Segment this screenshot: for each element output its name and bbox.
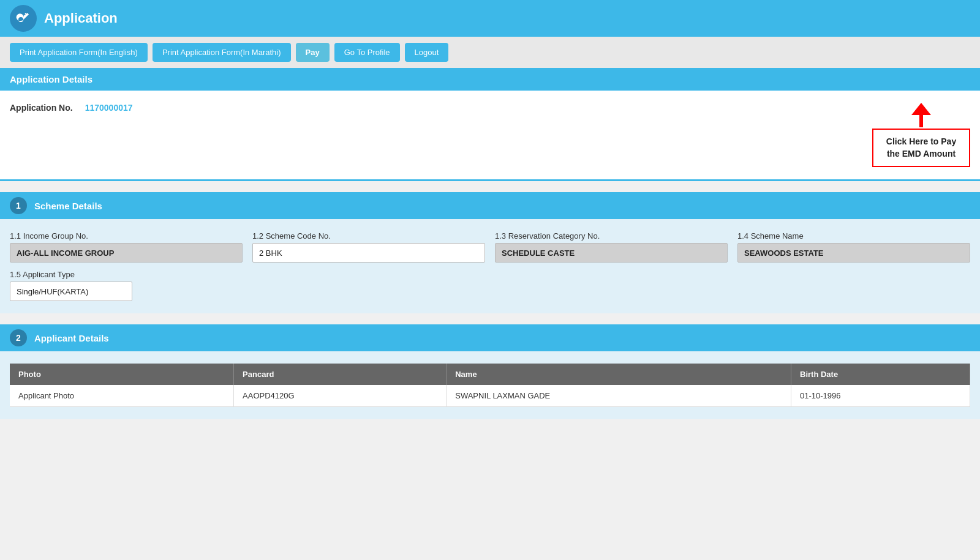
cell-name: SWAPNIL LAXMAN GADE <box>447 385 791 407</box>
applicant-type-field: 1.5 Applicant Type Single/HUF(KARTA) <box>10 270 132 301</box>
scheme-name-value: SEAWOODS ESTATE <box>737 243 970 263</box>
section-gap-2 <box>0 318 980 324</box>
pay-arrow <box>911 103 931 127</box>
income-group-label: 1.1 Income Group No. <box>10 231 243 241</box>
header-title: Application <box>44 10 118 26</box>
table-header-row: Photo Pancard Name Birth Date <box>10 364 970 385</box>
scheme-field-grid: 1.1 Income Group No. AIG-ALL INCOME GROU… <box>10 231 970 263</box>
reservation-category-field: 1.3 Reservation Category No. SCHEDULE CA… <box>495 231 728 263</box>
scheme-section-badge: 1 <box>10 197 27 214</box>
applicant-type-label: 1.5 Applicant Type <box>10 270 132 279</box>
applicant-table: Photo Pancard Name Birth Date Applicant … <box>10 364 970 407</box>
applicant-details-body: Photo Pancard Name Birth Date Applicant … <box>0 351 980 419</box>
pay-callout-text-line1: Click Here to Pay <box>886 136 956 146</box>
app-no-row: Application No. 1170000017 <box>10 103 133 113</box>
logout-button[interactable]: Logout <box>405 43 449 62</box>
scheme-code-field: 1.2 Scheme Code No. 2 BHK <box>252 231 485 263</box>
cell-birth-date: 01-10-1996 <box>791 385 970 407</box>
income-group-field: 1.1 Income Group No. AIG-ALL INCOME GROU… <box>10 231 243 263</box>
scheme-name-field: 1.4 Scheme Name SEAWOODS ESTATE <box>737 231 970 263</box>
applicant-type-value: Single/HUF(KARTA) <box>10 282 132 301</box>
applicant-details-header: 2 Applicant Details <box>0 324 980 351</box>
pay-callout-text-line2: the EMD Amount <box>887 149 956 159</box>
app-header: Application <box>0 0 980 37</box>
col-name: Name <box>447 364 791 385</box>
application-details-body: Application No. 1170000017 Click Here to… <box>0 91 980 181</box>
cell-pancard: AAOPD4120G <box>234 385 447 407</box>
col-pancard: Pancard <box>234 364 447 385</box>
income-group-value: AIG-ALL INCOME GROUP <box>10 243 243 263</box>
col-birth-date: Birth Date <box>791 364 970 385</box>
app-no-value: 1170000017 <box>85 103 133 113</box>
cell-photo: Applicant Photo <box>10 385 234 407</box>
applicant-type-row: 1.5 Applicant Type Single/HUF(KARTA) <box>10 270 970 301</box>
arrow-head <box>911 103 931 115</box>
key-icon <box>16 11 31 26</box>
toolbar: Print Application Form(In English) Print… <box>0 37 980 68</box>
col-photo: Photo <box>10 364 234 385</box>
reservation-category-value: SCHEDULE CASTE <box>495 243 728 263</box>
application-details-header: Application Details <box>0 68 980 91</box>
print-marathi-button[interactable]: Print Application Form(In Marathi) <box>153 43 291 62</box>
scheme-code-value: 2 BHK <box>252 243 485 263</box>
arrow-shaft <box>919 115 923 127</box>
scheme-name-label: 1.4 Scheme Name <box>737 231 970 241</box>
applicant-details-section: 2 Applicant Details Photo Pancard Name B… <box>0 324 980 419</box>
scheme-details-header: 1 Scheme Details <box>0 192 980 219</box>
scheme-details-body: 1.1 Income Group No. AIG-ALL INCOME GROU… <box>0 219 980 313</box>
applicant-section-badge: 2 <box>10 329 27 346</box>
section-gap-1 <box>0 186 980 192</box>
pay-callout-box: Click Here to Pay the EMD Amount <box>872 129 970 167</box>
scheme-details-section: 1 Scheme Details 1.1 Income Group No. AI… <box>0 192 980 313</box>
pay-button[interactable]: Pay <box>296 43 330 62</box>
scheme-section-title: Scheme Details <box>34 201 102 211</box>
applicant-section-title: Applicant Details <box>34 333 109 343</box>
scheme-code-label: 1.2 Scheme Code No. <box>252 231 485 241</box>
print-english-button[interactable]: Print Application Form(In English) <box>10 43 148 62</box>
go-to-profile-button[interactable]: Go To Profile <box>334 43 400 62</box>
pay-callout-wrapper: Click Here to Pay the EMD Amount <box>872 103 970 167</box>
table-row: Applicant Photo AAOPD4120G SWAPNIL LAXMA… <box>10 385 970 407</box>
app-no-label: Application No. <box>10 103 73 113</box>
reservation-category-label: 1.3 Reservation Category No. <box>495 231 728 241</box>
header-icon <box>10 5 37 32</box>
application-details-section: Application Details Application No. 1170… <box>0 68 980 181</box>
